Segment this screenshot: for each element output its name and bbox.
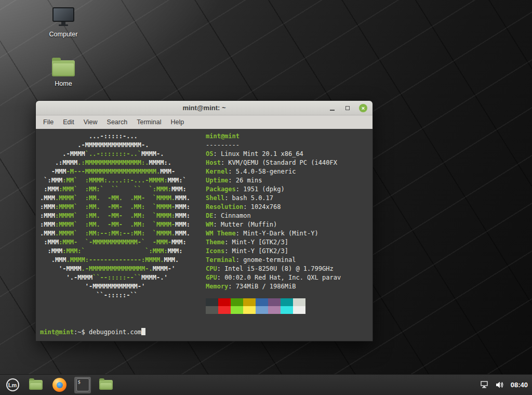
palette-row <box>206 298 341 306</box>
ascii-line: :MMM:MMM- `-MMMMMMMMMMMM-` -MMM-MMM: <box>40 238 190 247</box>
menu-search[interactable]: Search <box>102 118 132 126</box>
menu-terminal[interactable]: Terminal <box>132 118 166 126</box>
ascii-line: .MMM.MMMM` :MM:--:MM:--:MM: `MMMM.MMM. <box>40 229 190 238</box>
mint-logo-icon: Lm <box>6 378 19 391</box>
minimize-button[interactable] <box>328 104 336 112</box>
files-button[interactable] <box>98 377 114 393</box>
color-palette <box>206 298 341 314</box>
info-line: Resolution: 1024x768 <box>206 203 341 212</box>
ascii-line: .MMM.MMMM` :MM. -MM. .MM- `MMMM.MMM. <box>40 194 190 203</box>
ascii-line: '-MMMM.-MMMMMMMMMMMMMMM-.MMMM-' <box>40 265 190 273</box>
ascii-line: :MMM:MMM` :MM:` `` `` `:MMM:MMM: <box>40 185 190 194</box>
palette-swatch <box>268 298 281 306</box>
palette-swatch <box>206 306 218 314</box>
titlebar[interactable]: mint@mint: ~ × <box>36 101 373 115</box>
terminal-task-button[interactable]: $ <box>74 377 91 393</box>
terminal-window: mint@mint: ~ × File Edit View Search Ter… <box>35 100 373 341</box>
system-tray: 08:40 <box>481 381 528 389</box>
palette-swatch <box>243 298 256 306</box>
menu-view[interactable]: View <box>79 118 102 126</box>
maximize-button[interactable] <box>343 104 352 112</box>
taskbar-left: Lm $ <box>4 377 114 393</box>
network-icon[interactable] <box>481 381 489 389</box>
ascii-line: `:MMM:MM` :MMMM:....::-...-MMMM:MMM:` <box>40 176 190 185</box>
ascii-line: .-MMMM`..-:::::::-..`MMMM-. <box>40 150 190 159</box>
ascii-line: :MMM:MMMM` :MM. -MM- .MM: `MMMM-MMM: <box>40 220 190 229</box>
ascii-line: .:MMMM.:MMMMMMMMMMMMMMM:.MMMM:. <box>40 159 190 167</box>
neofetch-info: mint@mint---------OS: Linux Mint 20.1 x8… <box>206 132 341 314</box>
volume-icon[interactable] <box>496 381 504 389</box>
minimize-icon <box>330 110 335 111</box>
computer-icon <box>52 7 74 27</box>
home-folder-icon <box>52 60 75 76</box>
info-line: GPU: 00:02.0 Red Hat, Inc. QXL parav <box>206 273 341 282</box>
palette-swatch <box>231 298 243 306</box>
prompt-command: debugpoint.com <box>89 328 141 336</box>
menu-file[interactable]: File <box>38 118 58 126</box>
taskbar: Lm $ <box>0 374 532 395</box>
palette-swatch <box>243 306 256 314</box>
palette-row <box>206 306 341 314</box>
info-line: Shell: bash 5.0.17 <box>206 194 341 203</box>
desktop-icon-computer[interactable]: Computer <box>44 7 83 38</box>
window-title: mint@mint: ~ <box>182 104 225 112</box>
desktop-icon-label: Computer <box>49 31 78 38</box>
terminal-body[interactable]: ...-:::::-... .-MMMMMMMMMMMMMMM-. .-MMMM… <box>36 129 373 341</box>
window-controls: × <box>328 101 367 115</box>
info-line: DE: Cinnamon <box>206 212 341 220</box>
palette-swatch <box>218 298 231 306</box>
palette-swatch <box>293 298 305 306</box>
desktop-icon-home[interactable]: Home <box>44 57 83 87</box>
maximize-icon <box>345 106 350 110</box>
palette-swatch <box>206 298 218 306</box>
palette-swatch <box>281 298 293 306</box>
palette-swatch <box>231 306 243 314</box>
neofetch-output: ...-:::::-... .-MMMMMMMMMMMMMMM-. .-MMMM… <box>40 132 368 314</box>
info-line: Packages: 1951 (dpkg) <box>206 185 341 194</box>
prompt-line: mint@mint:~$ debugpoint.com <box>40 328 368 337</box>
folder-icon <box>29 380 43 390</box>
info-line: Memory: 734MiB / 1986MiB <box>206 282 341 291</box>
ascii-line: -MMM-M---MMMMMMMMMMMMMMMMMMM.MMM- <box>40 167 190 176</box>
ascii-line: ...-:::::-... <box>40 132 190 141</box>
firefox-icon <box>52 378 66 392</box>
info-line: Uptime: 26 mins <box>206 176 341 185</box>
firefox-button[interactable] <box>51 377 68 393</box>
ascii-line: ``-:::::-`` <box>40 291 190 300</box>
terminal-icon: $ <box>76 378 89 391</box>
folder-icon <box>99 380 113 390</box>
desktop: Computer Home mint@mint: ~ × File Edit V… <box>0 0 532 395</box>
computer-screen <box>52 7 74 22</box>
info-line: CPU: Intel i5-8250U (8) @ 1.799GHz <box>206 265 341 273</box>
palette-swatch <box>256 306 268 314</box>
close-button[interactable]: × <box>359 104 367 112</box>
info-line: WM Theme: Mint-Y-Dark (Mint-Y) <box>206 229 341 238</box>
menu-help[interactable]: Help <box>166 118 189 126</box>
info-line: --------- <box>206 141 341 150</box>
palette-swatch <box>281 306 293 314</box>
file-manager-button[interactable] <box>28 377 44 393</box>
info-line: Terminal: gnome-terminal <box>206 256 341 265</box>
ascii-line: :MMM:MMMM` :MM. -MM- .MM: `MMMM:MMM: <box>40 212 190 220</box>
ascii-line: .-MMMMMMMMMMMMMMM-. <box>40 141 190 150</box>
info-line: Kernel: 5.4.0-58-generic <box>206 167 341 176</box>
palette-swatch <box>256 298 268 306</box>
ascii-line: '.-MMMM``--:::::--``MMMM-.' <box>40 273 190 282</box>
ascii-line: .MMM.MMMM:--------------:MMMM.MMM. <box>40 256 190 265</box>
text-cursor <box>141 328 145 335</box>
neofetch-ascii: ...-:::::-... .-MMMMMMMMMMMMMMM-. .-MMMM… <box>40 132 190 314</box>
desktop-icon-label: Home <box>55 80 72 87</box>
info-line: Host: KVM/QEMU (Standard PC (i440FX <box>206 159 341 167</box>
ascii-line: :MMM:MMM:` `:MMM:MMM: <box>40 247 190 256</box>
mint-menu-button[interactable]: Lm <box>4 377 21 393</box>
palette-swatch <box>268 306 281 314</box>
info-line: Icons: Mint-Y [GTK2/3] <box>206 247 341 256</box>
menu-edit[interactable]: Edit <box>58 118 79 126</box>
clock[interactable]: 08:40 <box>511 381 528 389</box>
info-line: mint@mint <box>206 132 341 141</box>
info-line: OS: Linux Mint 20.1 x86_64 <box>206 150 341 159</box>
prompt-separator: :~$ <box>74 328 89 336</box>
palette-swatch <box>293 306 305 314</box>
computer-base <box>59 24 68 26</box>
menu-bar: File Edit View Search Terminal Help <box>36 115 373 129</box>
